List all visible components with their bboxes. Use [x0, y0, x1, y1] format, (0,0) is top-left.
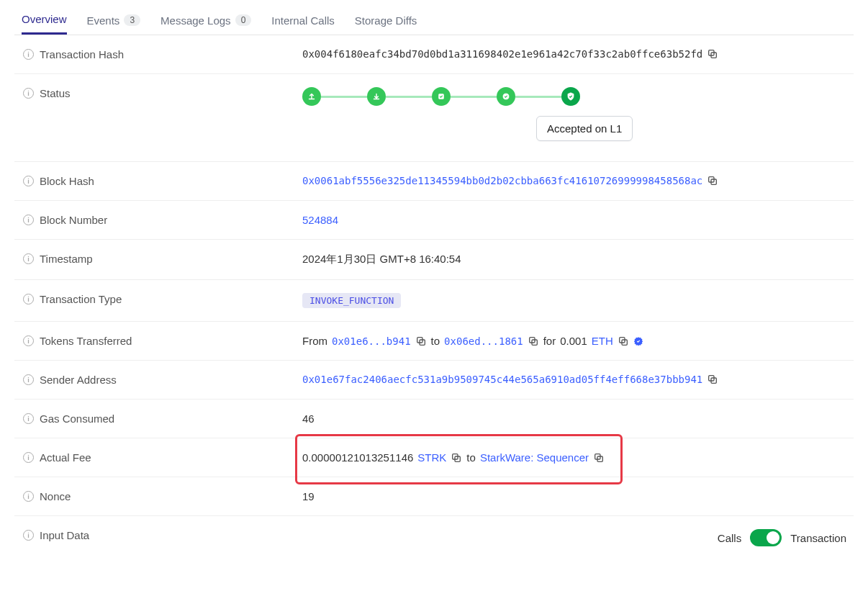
tab-label: Message Logs [161, 14, 231, 27]
step-verified-icon [497, 87, 515, 106]
value-transaction-hash: 0x004f6180eafc34bd70d0bd1a311698402e1e96… [302, 48, 702, 60]
info-icon[interactable]: i [23, 491, 34, 502]
fee-destination[interactable]: StarkWare: Sequencer [480, 451, 589, 464]
info-icon[interactable]: i [23, 215, 34, 225]
label-block-number: Block Number [40, 214, 107, 226]
verified-icon [633, 336, 643, 346]
info-icon[interactable]: i [23, 413, 34, 424]
label-status: Status [40, 87, 71, 99]
info-icon[interactable]: i [23, 374, 34, 385]
toggle-label-calls: Calls [718, 532, 741, 544]
info-icon[interactable]: i [23, 253, 34, 264]
transaction-type-tag: INVOKE_FUNCTION [302, 293, 401, 308]
copy-icon[interactable] [593, 452, 605, 464]
events-count-badge: 3 [124, 14, 140, 26]
row-gas-consumed: i Gas Consumed 46 [14, 400, 854, 438]
value-block-number[interactable]: 524884 [302, 214, 338, 226]
status-label: Accepted on L1 [536, 116, 633, 141]
value-block-hash[interactable]: 0x0061abf5556e325de11345594bb0d2b02cbba6… [302, 175, 702, 186]
copy-icon[interactable] [707, 175, 718, 186]
label-nonce: Nonce [40, 490, 71, 502]
step-connector [451, 96, 497, 98]
info-icon[interactable]: i [23, 335, 34, 346]
copy-icon[interactable] [415, 335, 427, 347]
step-check-icon [432, 87, 451, 106]
value-timestamp: 2024年1月30日 GMT+8 16:40:54 [302, 253, 461, 266]
toggle-label-transaction: Transaction [790, 532, 846, 544]
calls-transaction-toggle[interactable] [750, 529, 782, 546]
token-amount: 0.001 [560, 335, 587, 347]
info-icon[interactable]: i [23, 530, 34, 541]
fee-token[interactable]: STRK [417, 451, 446, 464]
row-nonce: i Nonce 19 [14, 477, 854, 516]
copy-icon[interactable] [707, 374, 718, 385]
row-block-number: i Block Number 524884 [14, 201, 854, 240]
row-input-data: i Input Data Calls Transaction [14, 516, 854, 559]
msglogs-count-badge: 0 [235, 14, 252, 26]
copy-icon[interactable] [618, 335, 629, 347]
label-gas-consumed: Gas Consumed [40, 412, 114, 425]
info-icon[interactable]: i [23, 176, 34, 186]
row-transaction-hash: i Transaction Hash 0x004f6180eafc34bd70d… [14, 35, 854, 74]
tab-label: Overview [22, 13, 67, 25]
value-gas-consumed: 46 [302, 412, 315, 425]
fee-amount: 0.00000121013251146 [302, 451, 413, 464]
row-sender-address: i Sender Address 0x01e67fac2406aecfc531a… [14, 361, 854, 400]
tab-message-logs[interactable]: Message Logs0 [161, 7, 251, 34]
copy-icon[interactable] [451, 452, 462, 464]
step-upload-icon [302, 87, 321, 106]
info-icon[interactable]: i [23, 88, 34, 99]
row-transaction-type: i Transaction Type INVOKE_FUNCTION [14, 280, 854, 322]
step-connector [321, 96, 367, 98]
toggle-knob [767, 531, 779, 544]
row-actual-fee: i Actual Fee 0.00000121013251146 STRK to… [14, 438, 854, 477]
copy-icon[interactable] [707, 48, 718, 60]
label-input-data: Input Data [40, 529, 89, 541]
tab-label: Events [87, 14, 120, 27]
tab-storage-diffs[interactable]: Storage Diffs [355, 7, 417, 34]
from-address[interactable]: 0x01e6...b941 [332, 335, 411, 347]
step-shield-icon [561, 87, 580, 106]
value-sender-address[interactable]: 0x01e67fac2406aecfc531a9b9509745c44e565a… [302, 374, 702, 385]
copy-icon[interactable] [528, 335, 539, 347]
label-sender-address: Sender Address [40, 374, 117, 386]
value-nonce: 19 [302, 490, 315, 502]
step-connector [515, 96, 561, 98]
tab-internal-calls[interactable]: Internal Calls [271, 7, 335, 34]
label-transaction-type: Transaction Type [40, 293, 122, 305]
status-steps [302, 87, 580, 106]
tab-label: Internal Calls [271, 14, 335, 27]
info-icon[interactable]: i [23, 49, 34, 60]
to-label: to [431, 335, 440, 347]
step-connector [386, 96, 432, 98]
row-status: i Status Accepted on L1 [14, 74, 854, 162]
from-label: From [302, 335, 327, 347]
step-download-icon [367, 87, 386, 106]
label-transaction-hash: Transaction Hash [40, 48, 124, 60]
tab-bar: Overview Events3 Message Logs0 Internal … [14, 0, 854, 35]
fee-to-label: to [466, 451, 476, 464]
tab-events[interactable]: Events3 [87, 7, 141, 34]
label-tokens-transferred: Tokens Transferred [40, 335, 132, 347]
label-actual-fee: Actual Fee [40, 451, 91, 464]
info-icon[interactable]: i [23, 452, 34, 463]
tab-overview[interactable]: Overview [22, 6, 67, 35]
label-timestamp: Timestamp [40, 253, 93, 265]
label-block-hash: Block Hash [40, 175, 94, 187]
row-block-hash: i Block Hash 0x0061abf5556e325de11345594… [14, 162, 854, 201]
for-label: for [543, 335, 556, 347]
tab-label: Storage Diffs [355, 14, 417, 27]
row-timestamp: i Timestamp 2024年1月30日 GMT+8 16:40:54 [14, 240, 854, 280]
to-address[interactable]: 0x06ed...1861 [444, 335, 523, 347]
info-icon[interactable]: i [23, 294, 34, 304]
token-symbol[interactable]: ETH [592, 335, 613, 347]
row-tokens-transferred: i Tokens Transferred From 0x01e6...b941 … [14, 322, 854, 361]
